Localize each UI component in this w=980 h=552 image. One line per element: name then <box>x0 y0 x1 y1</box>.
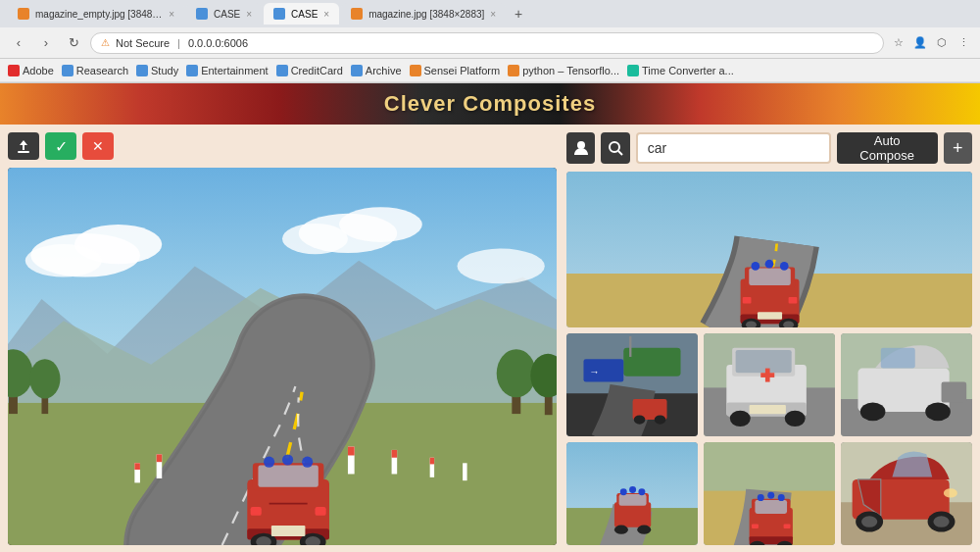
thumb-svg-4 <box>566 442 698 545</box>
tab-favicon-2 <box>196 8 208 20</box>
app-title: Clever Composites <box>384 91 596 117</box>
canvas-panel: ✓ ✕ <box>8 132 557 545</box>
gallery-featured-image[interactable] <box>566 172 972 327</box>
menu-icon[interactable]: ⋮ <box>955 34 972 52</box>
confirm-button[interactable]: ✓ <box>45 132 76 160</box>
bookmark-label-timeconverter: Time Converter a... <box>642 65 734 76</box>
gallery-thumb-2[interactable] <box>704 333 835 436</box>
svg-point-88 <box>860 403 886 422</box>
bookmark-entertainment[interactable]: Entertainment <box>186 65 268 76</box>
address-input[interactable]: ⚠ Not Secure | 0.0.0.0:6006 <box>90 32 884 54</box>
bookmark-icon-tensorflow <box>508 65 519 76</box>
tab-favicon-4 <box>351 8 363 20</box>
thumb-svg-2 <box>704 333 835 436</box>
forward-button[interactable]: › <box>35 32 57 54</box>
svg-rect-64 <box>758 312 782 320</box>
svg-rect-78 <box>736 350 792 373</box>
svg-rect-84 <box>750 405 786 414</box>
plus-button[interactable]: + <box>944 132 972 164</box>
bookmark-study[interactable]: Study <box>136 65 178 76</box>
bookmark-label-creditcard: CreditCard <box>291 65 343 76</box>
svg-point-60 <box>765 260 774 269</box>
search-icon-button[interactable] <box>601 132 629 164</box>
tab-label-3: CASE <box>291 9 318 20</box>
bookmark-icon-adobe <box>8 65 20 76</box>
tab-label-2: CASE <box>214 9 240 20</box>
svg-rect-63 <box>789 297 798 304</box>
gallery-thumb-6[interactable] <box>841 442 972 545</box>
svg-rect-34 <box>251 507 262 516</box>
bookmark-icon-timeconverter <box>627 65 639 76</box>
lock-icon: ⚠ <box>101 37 110 48</box>
svg-rect-18 <box>463 463 466 480</box>
extension-icon[interactable]: ⬡ <box>933 34 951 52</box>
address-bar-row: ‹ › ↻ ⚠ Not Secure | 0.0.0.0:6006 ☆ 👤 ⬡ … <box>0 27 980 59</box>
bookmark-archive[interactable]: Archive <box>351 65 402 76</box>
svg-rect-114 <box>784 524 791 528</box>
svg-point-33 <box>302 457 313 468</box>
svg-rect-22 <box>134 463 140 470</box>
bookmark-research[interactable]: Reasearch <box>62 65 128 76</box>
close-button[interactable]: ✕ <box>82 132 114 160</box>
svg-point-8 <box>339 207 422 242</box>
svg-point-100 <box>629 486 636 493</box>
tab-close-1[interactable]: × <box>169 9 174 20</box>
svg-rect-17 <box>430 458 434 465</box>
svg-point-31 <box>264 457 274 468</box>
gallery-thumb-3[interactable] <box>841 333 972 436</box>
separator: | <box>177 37 180 49</box>
app-header: Clever Composites <box>0 83 980 125</box>
canvas-area[interactable] <box>8 168 557 545</box>
new-tab-button[interactable]: + <box>508 3 529 25</box>
svg-text:→: → <box>589 367 599 377</box>
back-button[interactable]: ‹ <box>8 32 29 54</box>
svg-rect-68 <box>629 336 631 357</box>
bookmark-timeconverter[interactable]: Time Converter a... <box>627 65 734 76</box>
tab-magazine-empty[interactable]: magazine_empty.jpg [3848×... × <box>8 3 184 25</box>
thumb-svg-3 <box>841 333 972 436</box>
svg-rect-25 <box>258 466 318 487</box>
bookmark-sensei[interactable]: Sensei Platform <box>410 65 501 76</box>
gallery-thumb-4[interactable] <box>566 442 698 545</box>
svg-rect-113 <box>752 524 759 528</box>
bookmark-label-research: Reasearch <box>76 65 128 76</box>
plus-icon: + <box>953 138 963 159</box>
reload-button[interactable]: ↻ <box>63 32 84 54</box>
svg-point-46 <box>577 141 585 149</box>
tab-magazine[interactable]: magazine.jpg [3848×2883] × <box>341 3 506 25</box>
bookmark-adobe[interactable]: Adobe <box>8 65 54 76</box>
svg-point-80 <box>730 411 751 427</box>
canvas-scene <box>8 168 557 545</box>
svg-rect-83 <box>765 369 770 382</box>
upload-button[interactable] <box>8 132 39 160</box>
gallery-thumb-5[interactable] <box>704 442 835 545</box>
bookmark-creditcard[interactable]: CreditCard <box>276 65 343 76</box>
svg-rect-20 <box>157 454 163 462</box>
svg-rect-62 <box>743 297 752 304</box>
tab-close-2[interactable]: × <box>246 9 252 20</box>
browser-chrome: magazine_empty.jpg [3848×... × CASE × CA… <box>0 0 980 83</box>
tab-close-4[interactable]: × <box>490 9 496 20</box>
gallery-thumb-1[interactable]: → <box>566 333 698 436</box>
bookmark-star-icon[interactable]: ☆ <box>890 34 907 52</box>
svg-rect-96 <box>619 494 647 506</box>
bookmark-icon-entertainment <box>186 65 198 76</box>
tab-case-2[interactable]: CASE × <box>264 3 339 25</box>
auto-compose-button[interactable]: Auto Compose <box>837 132 938 164</box>
profile-icon[interactable]: 👤 <box>911 34 929 52</box>
tab-close-3[interactable]: × <box>323 9 329 20</box>
tab-case-1[interactable]: CASE × <box>186 3 262 25</box>
bookmark-icon-sensei <box>410 65 421 76</box>
bookmark-icon-study <box>136 65 148 76</box>
person-button[interactable] <box>566 132 595 164</box>
svg-point-9 <box>282 224 348 254</box>
bookmark-tensorflow[interactable]: python – Tensorflo... <box>508 65 619 76</box>
svg-point-98 <box>637 526 651 534</box>
thumb-svg-6 <box>841 442 972 545</box>
bookmark-label-tensorflow: python – Tensorflo... <box>522 65 619 76</box>
search-input[interactable] <box>636 132 831 164</box>
tab-favicon-3 <box>273 8 285 20</box>
app-content: Clever Composites ✓ ✕ <box>0 83 980 552</box>
svg-point-111 <box>767 492 774 499</box>
main-layout: ✓ ✕ <box>0 125 980 552</box>
